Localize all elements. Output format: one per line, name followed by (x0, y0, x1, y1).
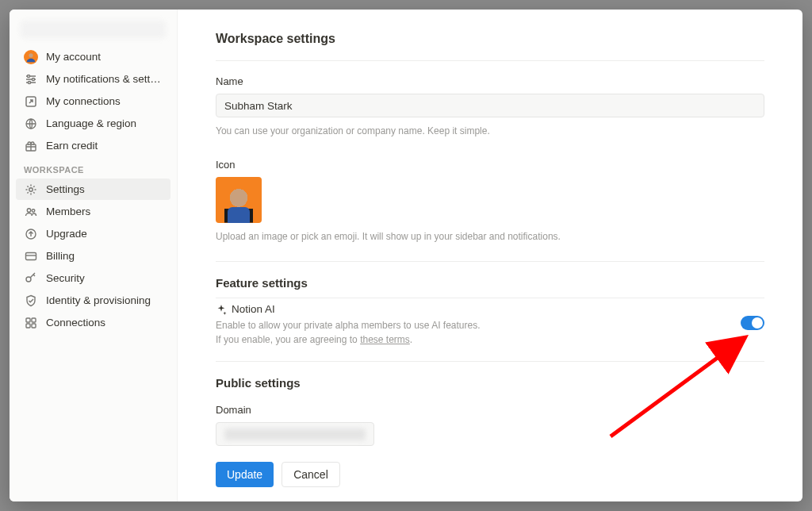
update-button[interactable]: Update (216, 462, 274, 487)
svg-point-0 (29, 53, 33, 57)
public-settings-heading: Public settings (216, 376, 764, 390)
notion-ai-toggle[interactable] (741, 316, 764, 330)
separator (216, 298, 764, 298)
feature-name-text: Notion AI (232, 303, 275, 315)
workspace-name-input[interactable] (216, 94, 764, 117)
arrow-up-right-square-icon (24, 94, 38, 109)
separator (216, 361, 764, 362)
sidebar-item-my-account[interactable]: My account (16, 46, 170, 67)
icon-help: Upload an image or pick an emoji. It wil… (216, 229, 764, 244)
svg-rect-15 (26, 324, 30, 328)
people-icon (24, 205, 38, 219)
account-email-blurred (21, 21, 166, 38)
settings-modal: My account My notifications & settings M… (10, 10, 802, 501)
sidebar-item-language-region[interactable]: Language & region (16, 113, 170, 134)
avatar-icon (24, 50, 38, 64)
icon-label: Icon (216, 159, 764, 171)
gear-icon (24, 182, 38, 197)
sidebar-item-label: My notifications & settings (46, 73, 163, 85)
sidebar-item-earn-credit[interactable]: Earn credit (16, 135, 170, 156)
domain-value-blurred (224, 428, 366, 440)
sidebar-item-label: Connections (46, 317, 163, 328)
sidebar-item-label: Security (46, 272, 163, 284)
svg-point-1 (27, 75, 29, 77)
page-title: Workspace settings (216, 32, 764, 46)
sidebar-item-label: Members (46, 206, 163, 217)
feature-notion-ai: Notion AI Enable to allow your private a… (216, 303, 764, 347)
svg-point-8 (27, 208, 30, 211)
credit-card-icon (24, 249, 38, 263)
sidebar-item-label: Earn credit (46, 140, 163, 152)
sidebar-item-my-connections[interactable]: My connections (16, 90, 170, 112)
svg-point-3 (28, 81, 30, 83)
sidebar-item-my-notifications[interactable]: My notifications & settings (16, 68, 170, 90)
svg-rect-16 (32, 324, 36, 328)
svg-rect-11 (26, 252, 36, 259)
settings-sidebar: My account My notifications & settings M… (10, 10, 178, 501)
sidebar-item-identity-provisioning[interactable]: Identity & provisioning (16, 290, 170, 311)
separator (216, 261, 764, 262)
svg-point-12 (26, 277, 31, 282)
sidebar-item-label: My connections (46, 95, 163, 107)
sidebar-item-billing[interactable]: Billing (16, 245, 170, 267)
sidebar-item-members[interactable]: Members (16, 201, 170, 222)
separator (216, 60, 764, 61)
action-buttons: Update Cancel (216, 462, 764, 487)
feature-settings-heading: Feature settings (216, 276, 764, 290)
sidebar-item-label: Identity & provisioning (46, 294, 163, 306)
sidebar-item-label: Upgrade (46, 228, 163, 240)
svg-point-9 (32, 209, 35, 212)
sidebar-item-label: My account (46, 51, 163, 63)
globe-icon (24, 117, 38, 131)
feature-desc-line1: Enable to allow your private alpha membe… (216, 318, 701, 332)
cancel-button[interactable]: Cancel (282, 462, 340, 487)
sidebar-item-label: Settings (46, 183, 163, 195)
sidebar-item-upgrade[interactable]: Upgrade (16, 223, 170, 244)
name-label: Name (216, 75, 764, 87)
sidebar-item-security[interactable]: Security (16, 267, 170, 289)
sidebar-section-workspace: WORKSPACE (14, 157, 172, 178)
domain-label: Domain (216, 404, 764, 416)
svg-rect-13 (26, 318, 30, 322)
grid-icon (24, 316, 38, 330)
sliders-icon (24, 72, 38, 86)
workspace-icon-picker[interactable] (216, 177, 262, 223)
arrow-up-circle-icon (24, 227, 38, 241)
sidebar-item-label: Language & region (46, 117, 163, 129)
sidebar-item-label: Billing (46, 250, 163, 262)
sidebar-item-settings[interactable]: Settings (16, 179, 170, 200)
name-help: You can use your organization or company… (216, 124, 764, 138)
sparkle-icon (216, 304, 227, 315)
key-icon (24, 271, 38, 286)
feature-name-row: Notion AI (216, 303, 701, 315)
sidebar-item-connections[interactable]: Connections (16, 312, 170, 333)
domain-input[interactable] (216, 422, 374, 446)
svg-point-2 (32, 78, 34, 80)
gift-icon (24, 139, 38, 153)
feature-desc-line2: If you enable, you are agreeing to these… (216, 332, 701, 347)
settings-main: Workspace settings Name You can use your… (178, 10, 802, 501)
terms-link[interactable]: these terms (360, 334, 410, 345)
svg-point-7 (29, 187, 33, 190)
svg-rect-14 (32, 318, 36, 322)
shield-check-icon (24, 294, 38, 308)
